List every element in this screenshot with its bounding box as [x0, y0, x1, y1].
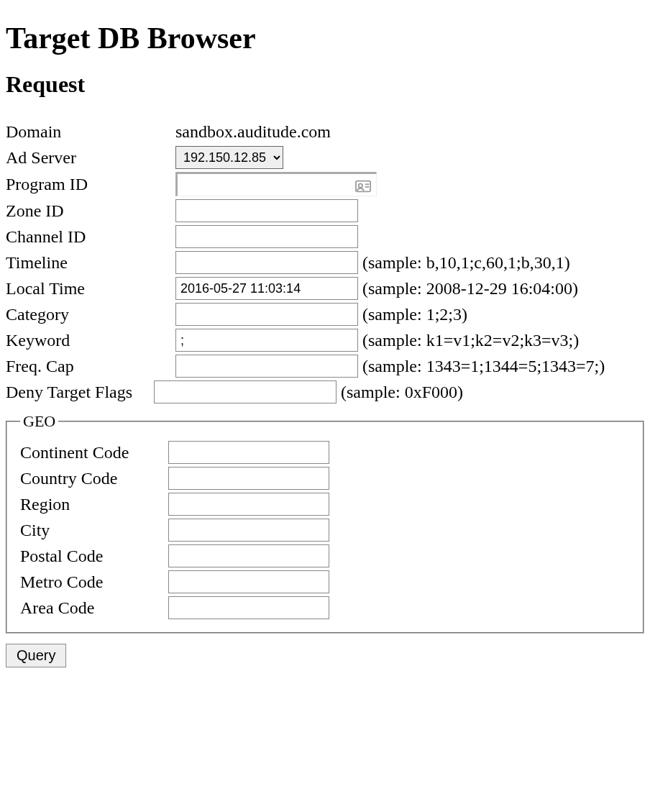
id-card-icon: [355, 178, 371, 191]
adserver-label: Ad Server: [6, 147, 171, 169]
page-title: Target DB Browser: [6, 21, 644, 55]
metro-label: Metro Code: [20, 571, 164, 593]
svg-point-1: [359, 184, 363, 188]
channel-id-input[interactable]: [175, 225, 358, 248]
city-label: City: [20, 519, 164, 542]
freqcap-input[interactable]: [175, 355, 358, 378]
denyflags-hint: (sample: 0xF000): [341, 383, 463, 402]
continent-label: Continent Code: [20, 442, 164, 464]
channel-id-label: Channel ID: [6, 226, 171, 248]
continent-input[interactable]: [168, 441, 329, 464]
program-id-label: Program ID: [6, 173, 171, 196]
metro-input[interactable]: [168, 570, 329, 593]
query-button[interactable]: Query: [6, 644, 66, 667]
timeline-label: Timeline: [6, 252, 171, 274]
program-id-input[interactable]: [175, 172, 377, 196]
keyword-hint: (sample: k1=v1;k2=v2;k3=v3;): [362, 331, 579, 350]
denyflags-label: Deny Target Flags: [6, 381, 150, 403]
postal-label: Postal Code: [20, 545, 164, 567]
timeline-input[interactable]: [175, 251, 358, 274]
category-input[interactable]: [175, 303, 358, 326]
region-input[interactable]: [168, 493, 329, 516]
localtime-label: Local Time: [6, 278, 171, 300]
localtime-hint: (sample: 2008-12-29 16:04:00): [362, 279, 578, 298]
zone-id-input[interactable]: [175, 199, 358, 222]
domain-label: Domain: [6, 121, 171, 143]
request-form: Domain sandbox.auditude.com Ad Server 19…: [6, 121, 644, 667]
localtime-input[interactable]: [175, 277, 358, 300]
zone-id-label: Zone ID: [6, 200, 171, 222]
area-label: Area Code: [20, 597, 164, 619]
keyword-input[interactable]: [175, 329, 358, 352]
section-heading-request: Request: [6, 71, 644, 98]
country-input[interactable]: [168, 467, 329, 490]
timeline-hint: (sample: b,10,1;c,60,1;b,30,1): [362, 253, 570, 273]
adserver-select[interactable]: 192.150.12.85: [175, 146, 283, 169]
country-label: Country Code: [20, 467, 164, 490]
city-input[interactable]: [168, 519, 329, 542]
region-label: Region: [20, 493, 164, 516]
domain-value: sandbox.auditude.com: [175, 122, 331, 142]
area-input[interactable]: [168, 596, 329, 619]
freqcap-hint: (sample: 1343=1;1344=5;1343=7;): [362, 357, 605, 376]
category-label: Category: [6, 304, 171, 326]
freqcap-label: Freq. Cap: [6, 355, 171, 378]
geo-legend: GEO: [20, 412, 58, 431]
denyflags-input[interactable]: [154, 380, 337, 403]
geo-fieldset: GEO Continent Code Country Code Region C…: [6, 412, 644, 634]
category-hint: (sample: 1;2;3): [362, 305, 467, 324]
keyword-label: Keyword: [6, 329, 171, 352]
postal-input[interactable]: [168, 544, 329, 567]
